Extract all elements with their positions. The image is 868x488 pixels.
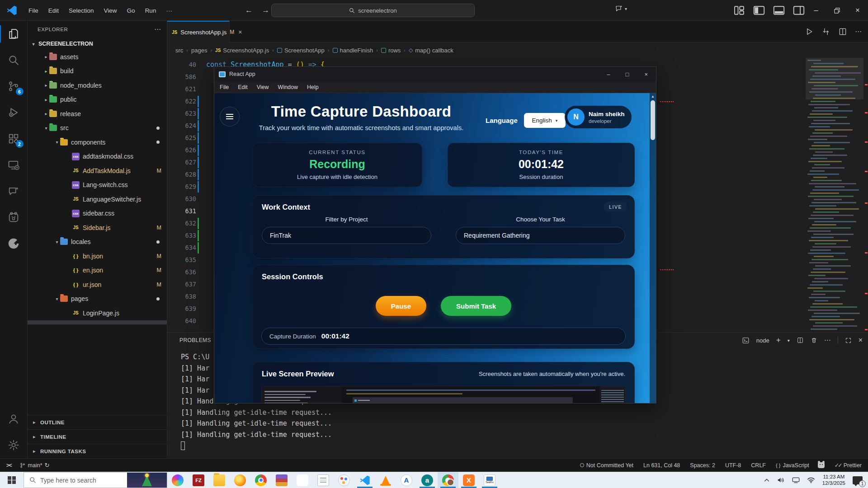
taskbar-slack-icon[interactable] bbox=[292, 472, 313, 488]
react-menu-file[interactable]: File bbox=[220, 84, 229, 90]
taskbar-chrome-icon[interactable] bbox=[250, 472, 271, 488]
tree-file-en-json[interactable]: { }en.jsonM bbox=[28, 263, 167, 278]
copilot-menu[interactable]: ▾ bbox=[615, 5, 627, 13]
toggle-secondary-sidebar-icon[interactable] bbox=[792, 4, 806, 17]
chevron-down-icon[interactable]: ▾ bbox=[788, 338, 790, 343]
tab-problems[interactable]: PROBLEMS bbox=[179, 337, 211, 343]
react-menu-window[interactable]: Window bbox=[278, 84, 298, 90]
extensions-icon[interactable]: 2 bbox=[0, 126, 28, 152]
explorer-more-icon[interactable]: ⋯ bbox=[154, 25, 161, 33]
tree-folder-locales[interactable]: ▾locales bbox=[28, 235, 167, 249]
taskbar-taskpro-icon[interactable]: TaskPro bbox=[479, 472, 500, 488]
close-panel-icon[interactable]: × bbox=[859, 336, 863, 344]
close-icon[interactable]: × bbox=[644, 71, 648, 78]
react-menu-view[interactable]: View bbox=[257, 84, 269, 90]
task-select-input[interactable]: Requirement Gathering bbox=[456, 227, 625, 244]
breadcrumb-item[interactable]: JSScreenshotApp.js bbox=[215, 47, 269, 54]
tree-file-sidebar-js[interactable]: JSSidebar.jsM bbox=[28, 221, 167, 235]
breadcrumb-item[interactable]: ScreenshotApp bbox=[277, 47, 325, 54]
status-utf-8[interactable]: UTF-8 bbox=[725, 462, 741, 469]
react-app-titlebar[interactable]: React App – □ × bbox=[214, 67, 656, 81]
submit-task-button[interactable]: Submit Task bbox=[441, 296, 511, 316]
status-prettier[interactable]: ✓✓Prettier bbox=[835, 462, 862, 469]
menu-edit[interactable]: Edit bbox=[43, 5, 64, 16]
run-file-icon[interactable] bbox=[805, 27, 814, 36]
menu-[interactable]: ··· bbox=[161, 5, 177, 16]
tree-file-ur-json[interactable]: { }ur.jsonM bbox=[28, 277, 167, 292]
tree-folder-node-modules[interactable]: ▸node_modules bbox=[28, 78, 167, 93]
more-actions-icon[interactable]: ⋯ bbox=[824, 336, 831, 344]
forward-arrow-icon[interactable]: → bbox=[262, 6, 269, 15]
run-debug-icon[interactable] bbox=[0, 99, 28, 126]
tree-file-addtaskmodal-css[interactable]: cssaddtaskmodal.css bbox=[28, 150, 167, 164]
react-menu-help[interactable]: Help bbox=[307, 84, 319, 90]
more-actions-icon[interactable]: ⋯ bbox=[855, 28, 862, 36]
menu-selection[interactable]: Selection bbox=[64, 5, 99, 16]
toggle-primary-sidebar-icon[interactable] bbox=[752, 4, 766, 17]
tree-file-languageswitcher-js[interactable]: JSLanguageSwitcher.js bbox=[28, 192, 167, 206]
remote-indicator-icon[interactable]: >< bbox=[6, 462, 11, 469]
cast-display-icon[interactable] bbox=[792, 477, 800, 483]
user-chip[interactable]: N Naim sheikh developer bbox=[565, 106, 632, 128]
minimap[interactable] bbox=[806, 58, 863, 332]
status-not-committed-yet[interactable]: Not Committed Yet bbox=[580, 462, 633, 469]
section-running-tasks[interactable]: ▸RUNNING TASKS bbox=[28, 444, 167, 458]
section-timeline[interactable]: ▸TIMELINE bbox=[28, 429, 167, 444]
volume-icon[interactable] bbox=[777, 477, 785, 483]
chat-sparkle-icon[interactable] bbox=[0, 178, 28, 204]
taskbar-winrar-icon[interactable] bbox=[271, 472, 292, 488]
toggle-panel-icon[interactable] bbox=[772, 4, 786, 17]
taskbar-chrome-profile-icon[interactable] bbox=[438, 472, 458, 488]
project-filter-input[interactable]: FinTrak bbox=[262, 227, 431, 244]
tree-folder-build[interactable]: ▸build bbox=[28, 64, 167, 79]
breadcrumb-item[interactable]: ◇map() callback bbox=[409, 47, 453, 54]
split-terminal-icon[interactable] bbox=[797, 337, 804, 344]
taskbar-copilot-icon[interactable] bbox=[167, 472, 188, 488]
app-scrollbar[interactable]: ▲ bbox=[650, 93, 656, 403]
tab-screenshotapp[interactable]: JS ScreenshotApp.js M × bbox=[167, 21, 230, 42]
section-outline[interactable]: ▸OUTLINE bbox=[28, 415, 167, 429]
tab-close-icon[interactable]: × bbox=[238, 28, 242, 36]
tree-folder-pages[interactable]: ▾pages bbox=[28, 292, 167, 306]
back-arrow-icon[interactable]: ← bbox=[245, 6, 253, 15]
menu-run[interactable]: Run bbox=[140, 5, 161, 16]
notification-center-icon[interactable]: 1 bbox=[853, 476, 863, 484]
kill-terminal-trash-icon[interactable] bbox=[811, 337, 817, 344]
status-crlf[interactable]: CRLF bbox=[751, 462, 766, 469]
taskbar-filezilla-icon[interactable]: FZ bbox=[188, 472, 209, 488]
tree-file-loginpage-js[interactable]: JSLoginPage.js bbox=[28, 306, 167, 320]
minimize-icon[interactable]: – bbox=[607, 71, 610, 78]
menu-file[interactable]: File bbox=[24, 5, 43, 16]
tree-folder-src[interactable]: ▾src bbox=[28, 121, 167, 136]
tree-file-lang-switch-css[interactable]: cssLang-switch.css bbox=[28, 178, 167, 192]
tree-folder-release[interactable]: ▸release bbox=[28, 107, 167, 121]
taskbar-firefox-icon[interactable] bbox=[230, 472, 250, 488]
tree-folder-assets[interactable]: ▸assets bbox=[28, 50, 167, 64]
extension-pacman-icon[interactable] bbox=[0, 230, 28, 257]
settings-gear-icon[interactable] bbox=[0, 432, 28, 458]
breadcrumb-item[interactable]: src bbox=[175, 47, 183, 54]
pause-button[interactable]: Pause bbox=[376, 296, 426, 316]
status-javascript[interactable]: { }JavaScript bbox=[776, 462, 825, 469]
start-button[interactable] bbox=[0, 472, 24, 488]
wifi-icon[interactable] bbox=[807, 477, 815, 483]
taskbar-xampp-icon[interactable]: X bbox=[458, 472, 479, 488]
git-branch-item[interactable]: main* ↻ bbox=[19, 462, 50, 469]
menu-go[interactable]: Go bbox=[122, 5, 140, 16]
status-ln-631--col-48[interactable]: Ln 631, Col 48 bbox=[643, 462, 680, 469]
tree-file-screenshotapp-js[interactable]: JSScreenshotApp.jsM bbox=[28, 320, 167, 325]
new-terminal-icon[interactable]: + bbox=[776, 336, 781, 345]
taskbar-paint-icon[interactable] bbox=[334, 472, 354, 488]
taskbar-vscode-icon[interactable] bbox=[354, 472, 375, 488]
react-menu-edit[interactable]: Edit bbox=[238, 84, 248, 90]
breadcrumb-item[interactable]: pages bbox=[191, 47, 207, 54]
terminal-shell-label[interactable]: node bbox=[756, 337, 769, 344]
tree-folder-public[interactable]: ▸public bbox=[28, 93, 167, 107]
search-icon[interactable] bbox=[0, 47, 28, 73]
maximize-icon[interactable]: □ bbox=[626, 71, 629, 78]
taskbar-teal-a-icon[interactable]: a bbox=[417, 472, 438, 488]
customize-layout-icon[interactable] bbox=[732, 4, 746, 17]
split-editor-icon[interactable] bbox=[838, 27, 847, 36]
breadcrumb-item[interactable]: handleFinish bbox=[333, 47, 373, 54]
docker-icon[interactable] bbox=[0, 204, 28, 230]
